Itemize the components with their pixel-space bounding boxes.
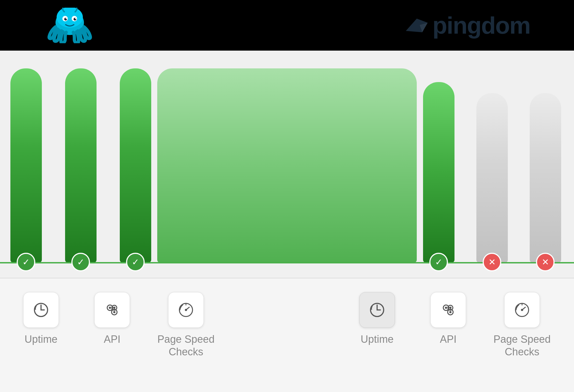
svg-point-7: [75, 18, 76, 19]
bar-col-6: ✕: [528, 93, 563, 263]
pingdom-text: pingdom: [433, 11, 530, 39]
svg-point-6: [66, 18, 67, 19]
pagespeed-2-label: Page SpeedChecks: [493, 333, 550, 358]
nav-item-pagespeed-1[interactable]: Page SpeedChecks: [156, 292, 216, 358]
svg-point-5: [74, 18, 76, 21]
bar-col-wide: [157, 68, 417, 263]
svg-point-4: [64, 18, 67, 21]
svg-point-11: [109, 307, 111, 309]
bar-col-4: ✓: [421, 82, 456, 263]
svg-point-13: [113, 307, 115, 309]
svg-point-29: [521, 309, 523, 311]
svg-point-1: [57, 8, 83, 28]
nav-item-api-2[interactable]: API: [421, 292, 476, 346]
bar-6: [530, 93, 561, 263]
svg-point-24: [449, 307, 451, 309]
svg-point-22: [445, 307, 447, 309]
uptime-2-label: Uptime: [361, 333, 394, 346]
status-badge-2: ✓: [71, 253, 90, 271]
status-badge-6: ✕: [536, 253, 555, 271]
status-badge-3: ✓: [126, 253, 145, 271]
pingdom-logo: pingdom: [406, 11, 530, 39]
bar-4: [423, 82, 454, 263]
pingdom-arrow-icon: [406, 17, 428, 34]
wide-bar: [157, 68, 417, 263]
status-badge-4: ✓: [429, 253, 448, 271]
uptime-1-label: Uptime: [25, 333, 57, 346]
nav-item-uptime-2[interactable]: Uptime: [350, 292, 404, 346]
bar-3: [120, 68, 151, 263]
nav-inner: Uptime API: [11, 287, 563, 358]
bar-col-5: ✕: [474, 93, 510, 263]
nav-area: Uptime API: [0, 278, 574, 392]
api-2-label: API: [440, 333, 456, 346]
octopus-logo: [44, 8, 96, 43]
status-badge-1: ✓: [17, 253, 35, 271]
pagespeed-2-icon[interactable]: [504, 292, 540, 328]
status-badge-5: ✕: [483, 253, 501, 271]
pagespeed-1-icon[interactable]: [168, 292, 204, 328]
bar-col-1: ✓: [8, 68, 44, 263]
bar-col-2: ✓: [63, 68, 98, 263]
api-2-icon[interactable]: [430, 292, 466, 328]
bar-2: [65, 68, 97, 263]
api-1-icon[interactable]: [94, 292, 130, 328]
uptime-2-icon[interactable]: [359, 292, 395, 328]
bar-1: [10, 68, 42, 263]
chart-area: ✓ ✓ ✓ ✓ ✕: [0, 51, 574, 278]
nav-item-pagespeed-2[interactable]: Page SpeedChecks: [492, 292, 552, 358]
uptime-1-icon[interactable]: [23, 292, 59, 328]
api-1-label: API: [104, 333, 120, 346]
nav-item-api-1[interactable]: API: [85, 292, 139, 346]
svg-point-23: [449, 311, 451, 313]
chart-inner: ✓ ✓ ✓ ✓ ✕: [8, 51, 563, 278]
svg-point-18: [185, 309, 187, 311]
header: pingdom: [0, 0, 574, 51]
pagespeed-1-label: Page SpeedChecks: [157, 333, 214, 358]
bar-col-3: ✓: [118, 68, 153, 263]
nav-item-uptime-1[interactable]: Uptime: [14, 292, 68, 346]
svg-point-12: [113, 311, 115, 313]
bar-5: [476, 93, 508, 263]
